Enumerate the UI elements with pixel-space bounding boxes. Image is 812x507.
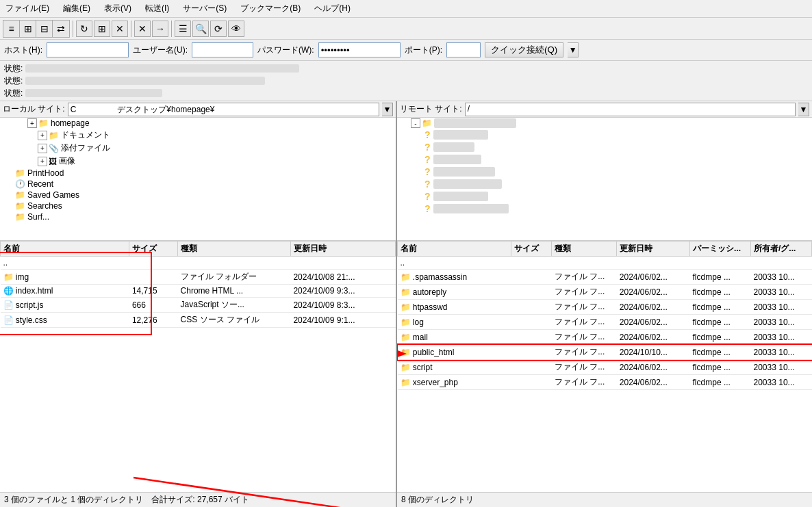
tree-item-remote-q5[interactable]: ? <box>397 178 812 190</box>
local-row-index[interactable]: 🌐 index.html 14,715 Chrome HTML ... 2024… <box>1 285 396 298</box>
remote-col-date[interactable]: 更新日時 <box>617 242 690 257</box>
local-cell-date-index: 2024/10/09 9:3... <box>290 285 395 298</box>
tree-item-remote-q1[interactable]: ? <box>397 129 812 141</box>
remote-cell-type-public-html: ファイル フ... <box>552 345 617 360</box>
local-col-name[interactable]: 名前 <box>1 242 129 257</box>
toolbar-arrow[interactable]: → <box>152 21 168 37</box>
toolbar-search[interactable]: 🔍 <box>192 21 209 37</box>
tree-item-searches[interactable]: 📁 Searches <box>0 200 396 211</box>
local-tree[interactable]: + 📁 homepage + 📁 ドキュメント + 📎 添付ファイル + 🖼 <box>0 118 396 241</box>
connection-bar: ホスト(H): ユーザー名(U): パスワード(W): ポート(P): クイック… <box>0 40 812 61</box>
remote-file-table-area[interactable]: 名前 サイズ 種類 更新日時 パーミッシ... 所有者/グ... .. <box>397 241 812 492</box>
remote-cell-date-xserver-php: 2024/06/02... <box>617 375 690 390</box>
remote-row-autoreply[interactable]: 📁 autoreply ファイル フ... 2024/06/02... flcd… <box>398 285 812 300</box>
menu-bookmark[interactable]: ブックマーク(B) <box>238 1 303 16</box>
remote-row-parent[interactable]: .. <box>398 257 812 270</box>
remote-tree[interactable]: - 📁 ? ? ? ? <box>397 118 812 241</box>
expand-attachments[interactable]: + <box>38 144 47 153</box>
remote-cell-perm-xserver-php: flcdmpe ... <box>690 375 751 390</box>
remote-row-script[interactable]: 📁 script ファイル フ... 2024/06/02... flcdmpe… <box>398 360 812 375</box>
tree-label-searches: Searches <box>27 201 62 211</box>
tree-item-remote-q6[interactable]: ? <box>397 190 812 203</box>
remote-col-size[interactable]: サイズ <box>511 242 552 257</box>
local-file-table-area[interactable]: 名前 サイズ 種類 更新日時 .. <box>0 241 396 492</box>
tree-item-recent[interactable]: 🕐 Recent <box>0 179 396 190</box>
pass-input[interactable] <box>318 42 401 57</box>
toolbar-btn-4[interactable]: ⇄ <box>53 21 69 37</box>
remote-cell-type-xserver-php: ファイル フ... <box>552 375 617 390</box>
local-row-img[interactable]: 📁 img ファイル フォルダー 2024/10/08 21:... <box>1 270 396 285</box>
expand-images[interactable]: + <box>38 157 47 166</box>
tree-item-surf[interactable]: 📁 Surf... <box>0 211 396 222</box>
remote-row-xserver-php[interactable]: 📁 xserver_php ファイル フ... 2024/06/02... fl… <box>398 375 812 390</box>
remote-site-path[interactable]: / <box>465 103 796 116</box>
toolbar-refresh[interactable]: ↻ <box>76 21 92 37</box>
local-site-dropdown[interactable]: ▼ <box>382 103 393 116</box>
local-col-size[interactable]: サイズ <box>129 242 178 257</box>
remote-col-name[interactable]: 名前 <box>398 242 511 257</box>
local-col-type[interactable]: 種類 <box>178 242 291 257</box>
local-row-parent[interactable]: .. <box>1 257 396 270</box>
expand-homepage[interactable]: + <box>27 118 37 128</box>
local-col-date[interactable]: 更新日時 <box>290 242 395 257</box>
toolbar-sync[interactable]: ⟳ <box>210 21 227 37</box>
tree-item-printhood[interactable]: 📁 PrintHood <box>0 168 396 179</box>
tree-item-remote-q2[interactable]: ? <box>397 141 812 153</box>
folder-xserver-icon: 📁 <box>401 378 411 387</box>
expand-documents[interactable]: + <box>38 131 47 140</box>
tree-item-remote-q4[interactable]: ? <box>397 166 812 178</box>
remote-cell-perm-autoreply: flcdmpe ... <box>690 285 751 300</box>
local-row-script[interactable]: 📄 script.js 666 JavaScript ソー... 2024/10… <box>1 298 396 313</box>
menu-help[interactable]: ヘルプ(H) <box>312 1 353 16</box>
expand-remote-root[interactable]: - <box>411 118 420 128</box>
menu-file[interactable]: ファイル(E) <box>3 1 52 16</box>
user-input[interactable] <box>192 42 253 57</box>
remote-row-htpasswd[interactable]: 📁 htpasswd ファイル フ... 2024/06/02... flcdm… <box>398 300 812 315</box>
local-site-path[interactable]: C デスクトップ¥homepage¥ <box>68 103 379 116</box>
host-input[interactable] <box>47 42 129 57</box>
remote-col-perm[interactable]: パーミッシ... <box>690 242 751 257</box>
remote-row-mail[interactable]: 📁 mail ファイル フ... 2024/06/02... flcdmpe .… <box>398 330 812 345</box>
status-row-1: 状態: <box>4 62 808 75</box>
port-input[interactable] <box>446 42 481 57</box>
tree-item-attachments[interactable]: + 📎 添付ファイル <box>0 142 396 155</box>
tree-label-savedgames: Saved Games <box>27 190 79 200</box>
menu-edit[interactable]: 編集(E) <box>60 1 93 16</box>
local-cell-size-script: 666 <box>129 298 178 313</box>
menu-view[interactable]: 表示(V) <box>101 1 134 16</box>
remote-row-spamassassin[interactable]: 📁 .spamassassin ファイル フ... 2024/06/02... … <box>398 270 812 285</box>
panels-row: ローカル サイト: C デスクトップ¥homepage¥ ▼ + 📁 homep… <box>0 101 812 507</box>
toolbar-binoculars[interactable]: 👁 <box>228 21 244 37</box>
toolbar-x[interactable]: ✕ <box>134 21 151 37</box>
local-cell-type-img: ファイル フォルダー <box>178 270 291 285</box>
local-row-style[interactable]: 📄 style.css 12,276 CSS ソース ファイル 2024/10/… <box>1 313 396 328</box>
menu-transfer[interactable]: 転送(I) <box>142 1 172 16</box>
remote-row-public-html[interactable]: 📁 public_html ファイル フ... 2024/10/10... fl… <box>398 345 812 360</box>
tree-item-remote-root[interactable]: - 📁 <box>397 118 812 129</box>
toolbar-btn-3[interactable]: ⊟ <box>36 21 53 37</box>
tree-item-remote-q3[interactable]: ? <box>397 153 812 166</box>
remote-site-dropdown[interactable]: ▼ <box>798 103 809 116</box>
quick-connect-dropdown[interactable]: ▼ <box>568 42 579 57</box>
toolbar-btn-1[interactable]: ≡ <box>3 21 20 37</box>
remote-site-label: リモート サイト: <box>400 103 462 115</box>
toolbar-list[interactable]: ☰ <box>175 21 191 37</box>
tree-item-homepage[interactable]: + 📁 homepage <box>0 118 396 129</box>
folder-icon-img: 📁 <box>3 272 14 282</box>
remote-cell-name-script: 📁 script <box>398 360 511 375</box>
tree-item-documents[interactable]: + 📁 ドキュメント <box>0 129 396 142</box>
tree-item-savedgames[interactable]: 📁 Saved Games <box>0 190 396 200</box>
toolbar-btn-2[interactable]: ⊞ <box>20 21 36 37</box>
toolbar-cancel[interactable]: ✕ <box>112 21 128 37</box>
remote-col-type[interactable]: 種類 <box>552 242 617 257</box>
remote-col-owner[interactable]: 所有者/グ... <box>751 242 812 257</box>
tree-item-images[interactable]: + 🖼 画像 <box>0 155 396 168</box>
remote-q3-label <box>433 155 481 164</box>
tree-item-remote-q7[interactable]: ? <box>397 203 812 215</box>
quick-connect-button[interactable]: クイック接続(Q) <box>485 42 563 57</box>
menu-server[interactable]: サーバー(S) <box>180 1 229 16</box>
remote-row-log[interactable]: 📁 log ファイル フ... 2024/06/02... flcdmpe ..… <box>398 315 812 330</box>
remote-table-header: 名前 サイズ 種類 更新日時 パーミッシ... 所有者/グ... <box>398 242 812 257</box>
css-icon: 📄 <box>3 315 14 325</box>
toolbar-filter[interactable]: ⊞ <box>94 21 110 37</box>
